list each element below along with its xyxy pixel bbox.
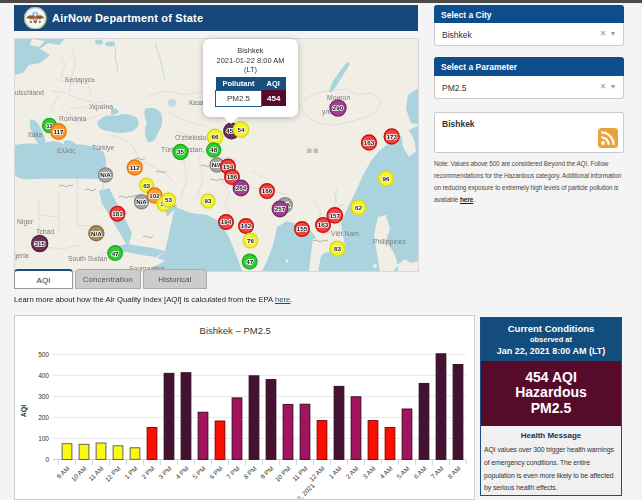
svg-text:62: 62 [355,204,362,211]
svg-text:500: 500 [38,351,49,358]
svg-text:194: 194 [221,218,232,225]
svg-text:315: 315 [35,240,46,247]
svg-text:47: 47 [246,258,253,265]
svg-text:5 PM: 5 PM [191,465,207,481]
svg-text:163: 163 [318,221,329,228]
svg-text:3 PM: 3 PM [157,465,173,481]
svg-text:0: 0 [45,456,49,463]
svg-text:8 PM: 8 PM [242,465,258,481]
svg-text:7 PM: 7 PM [225,465,241,481]
svg-text:163: 163 [364,139,375,146]
svg-text:1 AM: 1 AM [327,465,342,480]
svg-text:N/A: N/A [100,171,111,178]
svg-text:166: 166 [262,187,273,194]
svg-text:162: 162 [241,222,252,229]
svg-text:66: 66 [212,133,219,140]
svg-text:300: 300 [38,393,49,400]
svg-text:Việt Nam: Việt Nam [331,230,359,237]
svg-text:10 AM: 10 AM [70,465,88,483]
svg-text:83: 83 [334,245,341,252]
svg-text:155: 155 [297,225,308,232]
svg-text:181: 181 [112,210,123,217]
svg-text:Nigeria: Nigeria [15,252,29,260]
svg-text:186: 186 [227,173,238,180]
svg-text:AQI: AQI [20,405,28,418]
svg-text:22, 2021: 22, 2021 [293,481,316,499]
svg-text:400: 400 [38,372,49,379]
svg-text:93: 93 [205,197,212,204]
svg-text:6 PM: 6 PM [208,465,224,481]
svg-text:3 AM: 3 AM [361,465,376,480]
svg-text:200: 200 [38,414,49,421]
svg-text:Україна: Україна [89,103,113,111]
svg-text:Tchad: Tchad [36,228,54,235]
svg-text:157: 157 [330,212,341,219]
svg-text:112: 112 [130,164,141,171]
svg-text:10 PM: 10 PM [273,465,291,483]
svg-text:96: 96 [383,175,390,182]
svg-text:11 AM: 11 AM [87,465,105,483]
svg-text:9 AM: 9 AM [55,465,70,480]
svg-text:1 PM: 1 PM [123,465,139,481]
svg-text:4 PM: 4 PM [174,465,190,481]
svg-text:Беларусь: Беларусь [65,76,95,84]
svg-text:257: 257 [275,205,286,212]
svg-text:Deutschland: Deutschland [15,89,44,96]
svg-text:54: 54 [238,126,245,133]
svg-text:N/A: N/A [91,230,102,237]
svg-text:Philippines: Philippines [373,238,406,246]
svg-text:102: 102 [149,192,160,199]
svg-text:Niger: Niger [17,218,34,226]
svg-text:264: 264 [236,184,247,191]
svg-text:5 AM: 5 AM [395,465,410,480]
svg-text:154: 154 [223,163,234,170]
svg-text:35: 35 [177,148,184,155]
svg-text:12 PM: 12 PM [103,465,121,483]
svg-text:11 PM: 11 PM [291,465,309,483]
svg-text:173: 173 [387,133,398,140]
svg-text:N/A: N/A [136,198,147,205]
svg-text:2 PM: 2 PM [140,465,156,481]
svg-text:Ελλάς: Ελλάς [57,147,76,155]
svg-text:53: 53 [165,196,172,203]
svg-text:63: 63 [143,182,150,189]
svg-text:Italia: Italia [28,131,43,138]
svg-text:290: 290 [333,104,344,111]
svg-text:Romania: Romania [59,115,86,122]
svg-text:76: 76 [247,237,254,244]
svg-text:47: 47 [112,250,119,257]
svg-text:7 AM: 7 AM [429,465,444,480]
svg-text:117: 117 [54,128,65,135]
svg-text:100: 100 [38,435,49,442]
svg-text:12 AM: 12 AM [308,465,326,483]
svg-text:48: 48 [210,146,217,153]
svg-text:4 AM: 4 AM [378,465,393,480]
svg-text:6 AM: 6 AM [412,465,427,480]
svg-text:South Sudan: South Sudan [68,255,108,262]
svg-text:Türkiye: Türkiye [92,144,115,152]
svg-text:O'zbekiston: O'zbekiston [175,134,211,141]
svg-text:2 AM: 2 AM [344,465,359,480]
svg-text:8 AM: 8 AM [446,465,461,480]
